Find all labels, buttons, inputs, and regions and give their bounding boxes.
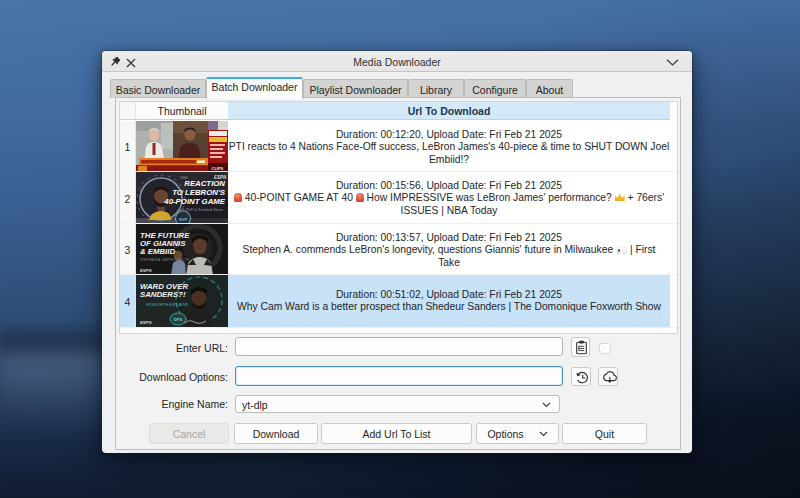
svg-text:ESPN: ESPN <box>140 268 152 273</box>
svg-text:FOXWORTH EXPLAINS: FOXWORTH EXPLAINS <box>146 303 188 307</box>
svg-text:40-POINT GAME: 40-POINT GAME <box>163 197 225 206</box>
svg-text:CLIPS: CLIPS <box>212 166 224 171</box>
svg-text:DFS: DFS <box>174 317 183 322</box>
svg-text:SANDERS?!: SANDERS?! <box>140 290 186 299</box>
svg-text:STEPHEN A. SMITH REACTS: STEPHEN A. SMITH REACTS <box>140 258 190 262</box>
svg-text:REACTION: REACTION <box>184 179 225 188</box>
svg-text:ESPN: ESPN <box>140 320 152 325</box>
svg-text:& EMBIID: & EMBIID <box>140 247 175 256</box>
svg-text:TO LEBRON'S: TO LEBRON'S <box>172 188 226 197</box>
svg-text:SVP: SVP <box>179 217 188 222</box>
